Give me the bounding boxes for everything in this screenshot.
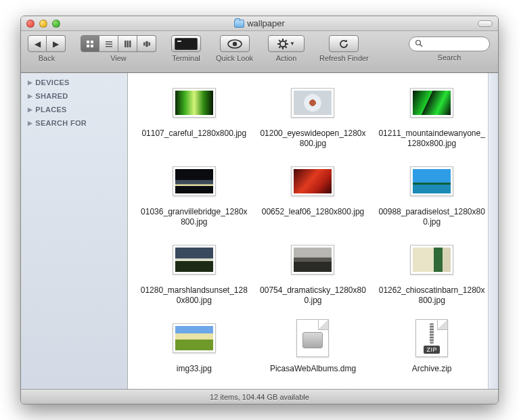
disclosure-icon: ▶ xyxy=(28,79,32,86)
file-item[interactable]: 00754_dramaticsky_1280x800.jpg xyxy=(254,238,373,306)
search-input[interactable] xyxy=(409,37,490,51)
disclosure-icon: ▶ xyxy=(28,93,32,99)
svg-rect-2 xyxy=(87,45,89,47)
terminal-icon xyxy=(175,38,198,50)
file-item[interactable]: 01211_mountaindewanyone_1280x800.jpg xyxy=(372,81,491,149)
minimize-icon[interactable] xyxy=(39,20,47,28)
gear-icon xyxy=(277,39,288,49)
image-thumbnail-icon xyxy=(410,166,453,196)
file-name: 01211_mountaindewanyone_1280x800.jpg xyxy=(378,129,486,149)
refresh-button[interactable] xyxy=(329,35,359,52)
svg-line-23 xyxy=(279,46,280,47)
toolbar: ◀ ▶ Back View xyxy=(21,31,498,73)
image-thumbnail-icon xyxy=(410,245,453,275)
chevron-down-icon: ▼ xyxy=(290,41,295,47)
file-item[interactable]: 00652_leaf06_1280x800.jpg xyxy=(254,160,373,227)
svg-line-20 xyxy=(279,40,280,41)
sidebar-section-shared[interactable]: ▶ SHARED xyxy=(21,89,127,103)
window-title: wallpaper xyxy=(21,18,498,28)
svg-rect-11 xyxy=(145,41,148,46)
svg-point-15 xyxy=(280,41,286,46)
svg-rect-7 xyxy=(125,41,127,47)
svg-line-25 xyxy=(420,45,422,47)
svg-rect-0 xyxy=(87,41,89,43)
file-thumbnail xyxy=(173,81,216,124)
refresh-label: Refresh Finder xyxy=(319,54,369,62)
list-view-button[interactable] xyxy=(99,35,118,52)
file-name: 00652_leaf06_1280x800.jpg xyxy=(262,207,364,217)
disclosure-icon: ▶ xyxy=(28,120,32,126)
column-view-button[interactable] xyxy=(118,35,137,52)
file-item[interactable]: 01036_granvillebridge_1280x800.jpg xyxy=(135,160,254,227)
file-name: img33.jpg xyxy=(177,364,212,374)
file-content-area[interactable]: 01107_careful_1280x800.jpg01200_eyeswide… xyxy=(128,73,498,389)
svg-rect-1 xyxy=(91,41,93,43)
quicklook-group: Quick Look xyxy=(216,35,253,62)
vertical-scrollbar[interactable] xyxy=(488,73,498,389)
file-item[interactable]: ZIPArchive.zip xyxy=(372,317,491,374)
sidebar-section-devices[interactable]: ▶ DEVICES xyxy=(21,76,127,89)
sidebar-label: DEVICES xyxy=(35,78,69,87)
svg-point-24 xyxy=(416,41,421,45)
file-item[interactable]: 00988_paradiselost_1280x800.jpg xyxy=(372,160,491,227)
file-grid: 01107_careful_1280x800.jpg01200_eyeswide… xyxy=(128,73,498,381)
icon-view-button[interactable] xyxy=(81,35,99,52)
file-thumbnail xyxy=(291,160,334,203)
svg-line-21 xyxy=(286,46,287,47)
status-text: 12 items, 104.44 GB available xyxy=(210,393,309,401)
terminal-label: Terminal xyxy=(172,54,200,62)
search-group: Search xyxy=(409,35,490,62)
file-name: 01036_granvillebridge_1280x800.jpg xyxy=(140,207,248,227)
file-item[interactable]: 01107_careful_1280x800.jpg xyxy=(135,81,254,149)
forward-button[interactable]: ▶ xyxy=(47,35,66,52)
terminal-button[interactable] xyxy=(171,35,201,52)
file-thumbnail xyxy=(291,81,334,124)
file-thumbnail xyxy=(173,317,216,360)
coverflow-view-button[interactable] xyxy=(137,35,156,52)
quicklook-label: Quick Look xyxy=(216,54,253,62)
sidebar-label: SHARED xyxy=(35,92,68,100)
search-label: Search xyxy=(438,53,461,62)
svg-line-22 xyxy=(286,40,287,41)
titlebar[interactable]: wallpaper xyxy=(21,16,498,31)
sidebar-label: SEARCH FOR xyxy=(35,119,87,127)
svg-rect-12 xyxy=(148,42,150,45)
image-thumbnail-icon xyxy=(291,88,334,118)
file-thumbnail xyxy=(410,81,453,124)
finder-window: wallpaper ◀ ▶ Back xyxy=(20,16,499,404)
quicklook-button[interactable] xyxy=(220,35,250,52)
file-name: Archive.zip xyxy=(412,364,452,374)
back-button[interactable]: ◀ xyxy=(28,35,47,52)
file-item[interactable]: 01262_chioscatinbarn_1280x800.jpg xyxy=(372,238,491,306)
terminal-group: Terminal xyxy=(171,35,201,62)
back-label: Back xyxy=(39,54,55,62)
file-item[interactable]: img33.jpg xyxy=(135,317,254,374)
view-group: View xyxy=(81,35,156,62)
file-item[interactable]: 01200_eyeswideopen_1280x800.jpg xyxy=(254,81,373,149)
image-thumbnail-icon xyxy=(173,166,216,196)
file-thumbnail xyxy=(173,238,216,281)
close-icon[interactable] xyxy=(26,20,35,28)
svg-rect-10 xyxy=(143,42,145,45)
image-thumbnail-icon xyxy=(173,88,216,118)
action-button[interactable]: ▼ xyxy=(268,35,304,52)
file-thumbnail xyxy=(291,238,334,281)
disclosure-icon: ▶ xyxy=(28,106,32,113)
svg-point-14 xyxy=(232,41,236,45)
toolbar-toggle-pill[interactable] xyxy=(478,20,493,27)
image-thumbnail-icon xyxy=(173,323,216,353)
file-item[interactable]: 01280_marshlandsunset_1280x800.jpg xyxy=(135,238,254,306)
sidebar-section-searchfor[interactable]: ▶ SEARCH FOR xyxy=(21,116,127,130)
window-title-text: wallpaper xyxy=(247,18,285,28)
svg-rect-3 xyxy=(91,45,93,47)
window-controls xyxy=(26,20,60,28)
svg-rect-8 xyxy=(127,41,129,47)
svg-rect-4 xyxy=(106,41,112,43)
file-name: 01107_careful_1280x800.jpg xyxy=(141,129,246,139)
status-bar: 12 items, 104.44 GB available xyxy=(21,389,498,404)
sidebar-label: PLACES xyxy=(35,106,66,114)
zoom-icon[interactable] xyxy=(52,20,60,28)
sidebar-section-places[interactable]: ▶ PLACES xyxy=(21,103,127,116)
file-item[interactable]: PicasaWebAlbums.dmg xyxy=(254,317,373,374)
image-thumbnail-icon xyxy=(291,166,334,196)
